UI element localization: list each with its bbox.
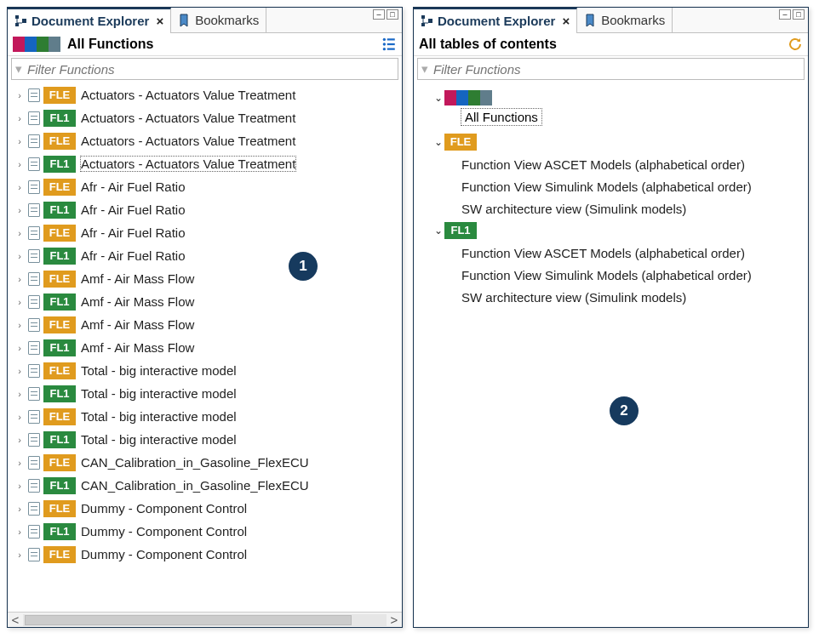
horizontal-scrollbar[interactable]: < > <box>8 612 402 627</box>
toc-item[interactable]: SW architecture view (Simulink models) <box>417 197 805 219</box>
expand-icon[interactable]: › <box>14 90 25 100</box>
expand-icon[interactable]: › <box>14 320 25 330</box>
chevron-down-icon[interactable]: ⌄ <box>432 225 444 237</box>
tree-row[interactable]: ›FLEDummy - Component Control <box>8 497 402 520</box>
expand-icon[interactable]: › <box>14 435 25 445</box>
expand-icon[interactable]: › <box>14 182 25 192</box>
close-icon[interactable]: × <box>156 14 163 28</box>
tab-document-explorer[interactable]: Document Explorer × <box>414 8 577 33</box>
expand-icon[interactable]: › <box>14 366 25 376</box>
tab-bookmarks[interactable]: Bookmarks <box>171 8 266 33</box>
tree-row[interactable]: ›FLETotal - big interactive model <box>8 359 402 382</box>
minimize-button[interactable]: – <box>779 9 791 20</box>
tree-row[interactable]: ›FLEAfr - Air Fuel Ratio <box>8 175 402 198</box>
tree-row[interactable]: ›FL1Amf - Air Mass Flow <box>8 336 402 359</box>
tree-row[interactable]: ›FL1Amf - Air Mass Flow <box>8 290 402 313</box>
svg-rect-10 <box>421 23 425 26</box>
item-label: Afr - Air Fuel Ratio <box>81 248 186 263</box>
filter-input[interactable] <box>432 61 800 77</box>
tree-row[interactable]: ›FLEActuators - Actuators Value Treatmen… <box>8 83 402 106</box>
tree-row[interactable]: ›FLEAfr - Air Fuel Ratio <box>8 221 402 244</box>
expand-icon[interactable]: › <box>14 228 25 238</box>
variant-badge: FLE <box>43 87 76 104</box>
tab-bar: Document Explorer × Bookmarks – □ <box>8 8 402 33</box>
back-icon[interactable] <box>788 37 803 52</box>
expand-icon[interactable]: › <box>14 274 25 284</box>
toc-tree: ⌄All Functions⌄FLEFunction View ASCET Mo… <box>414 82 808 627</box>
expand-icon[interactable]: › <box>14 504 25 514</box>
tree-row[interactable]: ›FL1Total - big interactive model <box>8 428 402 451</box>
variant-badge: FLE <box>43 408 76 425</box>
callout-2: 2 <box>610 396 639 425</box>
toc-item[interactable]: Function View ASCET Models (alphabetical… <box>417 153 805 175</box>
maximize-button[interactable]: □ <box>387 9 398 20</box>
toc-item[interactable]: Function View Simulink Models (alphabeti… <box>417 175 805 197</box>
item-label: Dummy - Component Control <box>81 501 247 516</box>
scroll-thumb[interactable] <box>25 615 352 625</box>
document-icon <box>28 433 40 447</box>
expand-icon[interactable]: › <box>14 481 25 491</box>
variant-badge: FLE <box>43 133 76 150</box>
tree-row[interactable]: ›FL1Actuators - Actuators Value Treatmen… <box>8 152 402 175</box>
function-tree: ›FLEActuators - Actuators Value Treatmen… <box>8 82 402 612</box>
document-icon <box>28 88 40 102</box>
list-view-icon[interactable] <box>381 37 397 52</box>
all-functions-label[interactable]: All Functions <box>461 109 541 125</box>
item-label: Function View ASCET Models (alphabetical… <box>461 246 745 260</box>
expand-icon[interactable]: › <box>14 527 25 537</box>
expand-icon[interactable]: › <box>14 159 25 169</box>
document-icon <box>28 364 40 378</box>
toc-root[interactable]: ⌄ <box>417 87 805 109</box>
item-label: Total - big interactive model <box>81 432 237 447</box>
scroll-right-arrow[interactable]: > <box>387 613 402 627</box>
maximize-button[interactable]: □ <box>793 9 805 20</box>
filter-input[interactable] <box>26 61 394 77</box>
tree-row[interactable]: ›FLEAmf - Air Mass Flow <box>8 267 402 290</box>
tree-row[interactable]: ›FLETotal - big interactive model <box>8 405 402 428</box>
variant-badge: FLE <box>43 316 76 333</box>
document-icon <box>28 295 40 309</box>
expand-icon[interactable]: › <box>14 343 25 353</box>
expand-icon[interactable]: › <box>14 297 25 307</box>
expand-icon[interactable]: › <box>14 550 25 560</box>
expand-icon[interactable]: › <box>14 389 25 399</box>
toc-item[interactable]: Function View ASCET Models (alphabetical… <box>417 242 805 264</box>
tree-row[interactable]: ›FLEActuators - Actuators Value Treatmen… <box>8 129 402 152</box>
variant-badge: FL1 <box>43 523 76 540</box>
tree-row[interactable]: ›FLEAmf - Air Mass Flow <box>8 313 402 336</box>
tree-row[interactable]: ›FL1Dummy - Component Control <box>8 520 402 543</box>
close-icon[interactable]: × <box>562 14 570 28</box>
expand-icon[interactable]: › <box>14 136 25 146</box>
svg-point-7 <box>383 48 386 50</box>
filter-icon: ▾ <box>15 61 22 77</box>
scroll-left-arrow[interactable]: < <box>8 613 23 627</box>
tree-scroll[interactable]: ›FLEActuators - Actuators Value Treatmen… <box>8 83 402 610</box>
tree-row[interactable]: ›FL1Total - big interactive model <box>8 382 402 405</box>
tab-bookmarks[interactable]: Bookmarks <box>577 8 673 33</box>
toc-group[interactable]: ⌄FLE <box>417 131 805 153</box>
svg-point-3 <box>383 38 386 41</box>
expand-icon[interactable]: › <box>14 412 25 422</box>
minimize-button[interactable]: – <box>373 9 385 20</box>
tree-row[interactable]: ›FLECAN_Calibration_in_Gasoline_FlexECU <box>8 451 402 474</box>
toc-item[interactable]: Function View Simulink Models (alphabeti… <box>417 264 805 286</box>
toc-item[interactable]: SW architecture view (Simulink models) <box>417 286 805 308</box>
panel-header: All Functions <box>8 33 402 56</box>
tree-row[interactable]: ›FL1Actuators - Actuators Value Treatmen… <box>8 106 402 129</box>
item-label: Actuators - Actuators Value Treatment <box>81 157 295 171</box>
tree-row[interactable]: ›FL1Afr - Air Fuel Ratio <box>8 198 402 221</box>
tree-row[interactable]: ›FL1CAN_Calibration_in_Gasoline_FlexECU <box>8 474 402 497</box>
expand-icon[interactable]: › <box>14 458 25 468</box>
scroll-track[interactable] <box>23 614 387 626</box>
document-icon <box>28 479 40 493</box>
tree-row[interactable]: ›FLEDummy - Component Control <box>8 543 402 566</box>
filter-icon: ▾ <box>421 61 428 77</box>
tree-row[interactable]: ›FL1Afr - Air Fuel Ratio <box>8 244 402 267</box>
expand-icon[interactable]: › <box>14 113 25 123</box>
expand-icon[interactable]: › <box>14 205 25 215</box>
toc-group[interactable]: ⌄FL1 <box>417 219 805 242</box>
chevron-down-icon[interactable]: ⌄ <box>432 136 444 148</box>
tab-document-explorer[interactable]: Document Explorer × <box>8 8 171 33</box>
chevron-down-icon[interactable]: ⌄ <box>432 92 444 104</box>
expand-icon[interactable]: › <box>14 251 25 261</box>
